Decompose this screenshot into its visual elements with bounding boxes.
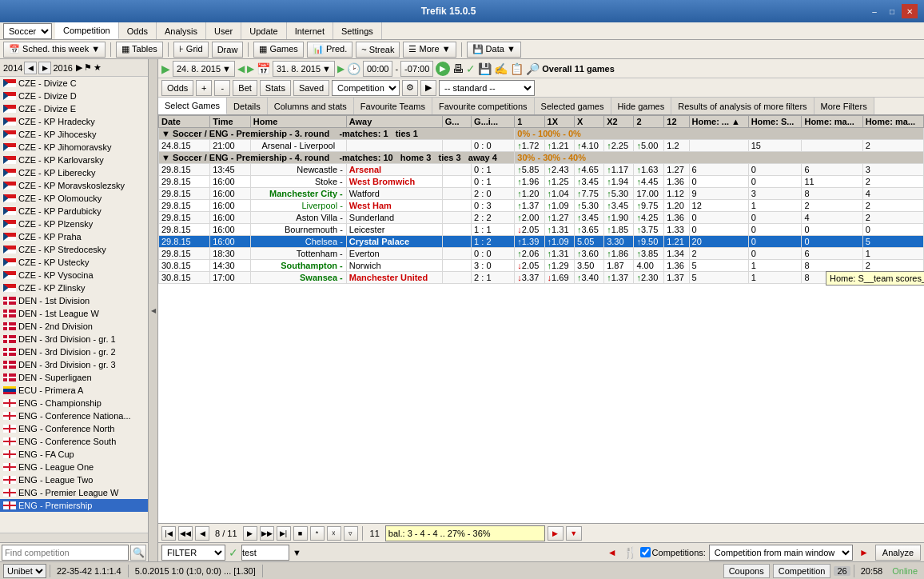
col-gi[interactable]: G...i... (472, 116, 515, 128)
list-item[interactable]: ENG - Conference South (0, 435, 148, 448)
list-item[interactable]: CZE - KP Pardubicky (0, 205, 148, 218)
tab-select-games[interactable]: Select Games (158, 98, 227, 114)
menu-tab-competition[interactable]: Competition (55, 22, 119, 39)
bookmaker-select[interactable]: Unibet (3, 564, 46, 578)
refresh-icon[interactable]: ▶ (76, 62, 82, 73)
pager-filter[interactable]: ▿ (344, 526, 358, 541)
col-1x[interactable]: 1X (544, 116, 574, 128)
tables-button[interactable]: ▦ Tables (116, 42, 163, 58)
list-item[interactable]: CZE - KP Hradecky (0, 115, 148, 128)
refresh-btn[interactable]: ▶ (436, 62, 450, 76)
streak-button[interactable]: ~ Streak (356, 42, 400, 58)
col-home-s[interactable]: Home: S... (748, 116, 802, 128)
nav-date-icon[interactable]: 📅 (257, 62, 270, 75)
sched-button[interactable]: 📅 Sched. this week ▼ (3, 42, 106, 58)
panel-toggle-button[interactable]: ◀ (149, 59, 158, 561)
pager-mark[interactable]: * (310, 526, 325, 541)
close-button[interactable]: ✕ (902, 4, 918, 18)
table-row-selected[interactable]: 29.8.15 16:00 Chelsea - Crystal Palace 1… (159, 236, 924, 248)
list-item[interactable]: DEN - 1st Division (0, 294, 148, 307)
col-time[interactable]: Time (210, 116, 251, 128)
list-item[interactable]: ENG - Championship (0, 397, 148, 409)
grid-button[interactable]: ⊦ Grid (173, 42, 209, 58)
list-item-selected[interactable]: ENG - Premiership (0, 499, 148, 512)
tab-hide-games[interactable]: Hide games (611, 98, 672, 114)
table-row[interactable]: 29.8.15 16:00 Bournemouth - Leicester 1 … (159, 224, 924, 236)
table-row[interactable]: 29.8.15 16:00 Stoke - West Bromwich 0 : … (159, 176, 924, 188)
list-item[interactable]: ENG - FA Cup (0, 448, 148, 461)
list-item[interactable]: CZE - Divize E (0, 102, 148, 115)
competition-select[interactable]: Competition (332, 80, 400, 96)
sport-select[interactable]: Soccer Tennis (3, 23, 52, 39)
col-home-a[interactable]: Home: ... ▲ (689, 116, 748, 128)
list-item[interactable]: DEN - 3rd Division - gr. 3 (0, 358, 148, 371)
games-button[interactable]: ▦ Games (253, 42, 304, 58)
more-button[interactable]: ☰ More ▼ (403, 42, 456, 58)
list-item[interactable]: CZE - KP Vysocina (0, 269, 148, 282)
menu-tab-update[interactable]: Update (241, 22, 286, 39)
competitions-checkbox[interactable] (640, 547, 651, 557)
comp-arrow-btn[interactable]: ▶ (420, 80, 436, 96)
stats-button[interactable]: Stats (260, 80, 291, 96)
list-item[interactable]: CZE - KP Stredocesky (0, 243, 148, 256)
col-date[interactable]: Date (159, 116, 210, 128)
table-icon[interactable]: 📋 (510, 62, 524, 75)
draw-button[interactable]: Draw (212, 42, 244, 58)
tab-details[interactable]: Details (227, 98, 268, 114)
table-row[interactable]: 29.8.15 16:00 Aston Villa - Sunderland 2… (159, 212, 924, 224)
tab-columns-stats[interactable]: Columns and stats (268, 98, 354, 114)
list-item[interactable]: DEN - 1st League W (0, 307, 148, 320)
menu-tab-settings[interactable]: Settings (333, 22, 382, 39)
col-2[interactable]: 2 (634, 116, 664, 128)
list-item[interactable]: CZE - KP Moravskoslezsky (0, 179, 148, 192)
pager-first[interactable]: |◀ (161, 526, 176, 541)
col-away[interactable]: Away (346, 116, 442, 128)
list-item[interactable]: ENG - Premier League W (0, 486, 148, 499)
table-row[interactable]: 29.8.15 13:45 Newcastle - Arsenal 0 : 1 … (159, 164, 924, 176)
pager-refresh[interactable]: ▶ (548, 526, 564, 541)
scrollbar-horizontal[interactable] (0, 533, 148, 542)
time-to-button[interactable]: -07:00 (400, 61, 433, 77)
list-item[interactable]: CZE - KP Zlinsky (0, 282, 148, 294)
odds-button[interactable]: Odds (161, 80, 193, 96)
expand-icon[interactable]: ▼ (161, 129, 170, 138)
filter-test-dropdown[interactable]: ▼ (293, 548, 301, 557)
bet-button[interactable]: Bet (233, 80, 257, 96)
pager-del[interactable]: ☓ (327, 526, 341, 541)
nav-arrow-left[interactable]: ▶ (161, 62, 170, 75)
col-home-mb[interactable]: Home: ma... (862, 116, 923, 128)
col-1[interactable]: 1 (515, 116, 544, 128)
list-item[interactable]: CZE - KP Praha (0, 230, 148, 243)
summary-input[interactable] (385, 525, 545, 541)
competition-button[interactable]: Competition (773, 564, 831, 578)
tab-more-filters[interactable]: More Filters (814, 98, 874, 114)
menu-tab-odds[interactable]: Odds (119, 22, 157, 39)
table-row[interactable]: 30.8.15 14:30 Southampton - Norwich 3 : … (159, 260, 924, 272)
nav-refresh[interactable]: ▶ (337, 63, 345, 74)
pager-prev[interactable]: ◀ (195, 526, 209, 541)
pager-stop[interactable]: ■ (293, 526, 308, 541)
col-x2[interactable]: X2 (604, 116, 634, 128)
table-row[interactable]: 29.8.15 18:30 Tottenham - Everton 0 : 0 … (159, 248, 924, 260)
col-x[interactable]: X (574, 116, 603, 128)
minus-button[interactable]: - (214, 80, 230, 96)
pred-button[interactable]: 📊 Pred. (307, 42, 352, 58)
list-item[interactable]: CZE - Divize C (0, 77, 148, 90)
list-item[interactable]: ENG - Conference Nationa... (0, 409, 148, 422)
table-row[interactable]: 29.8.15 16:00 Liverpool - West Ham 0 : 3… (159, 200, 924, 212)
year-next-btn[interactable]: ▶ (38, 62, 51, 74)
list-item[interactable]: ENG - League Two (0, 473, 148, 486)
table-row[interactable]: 29.8.15 16:00 Manchester City - Watford … (159, 188, 924, 200)
standard-select[interactable]: -- standard -- (439, 80, 535, 96)
menu-tab-analysis[interactable]: Analysis (157, 22, 206, 39)
tab-fav-teams[interactable]: Favourite Teams (354, 98, 432, 114)
nav-prev-date[interactable]: ◀ (237, 63, 245, 74)
find-button[interactable]: 🔍 (130, 545, 146, 561)
coupons-button[interactable]: Coupons (723, 564, 770, 578)
filter-icon[interactable]: 🍴 (623, 546, 637, 559)
plus-button[interactable]: + (196, 80, 212, 96)
check-icon[interactable]: ✓ (466, 62, 476, 75)
filter-apply-btn[interactable]: ✓ (229, 546, 238, 559)
minimize-button[interactable]: – (866, 4, 882, 18)
comp-settings-btn[interactable]: ⚙ (402, 80, 418, 96)
